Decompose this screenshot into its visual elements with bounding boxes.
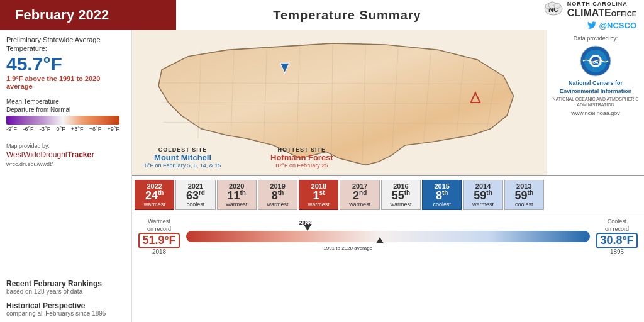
header-title: February 2022 — [0, 0, 176, 30]
rank-number-2015: 8th — [436, 190, 448, 201]
rank-desc-2022: warmest — [144, 201, 165, 208]
legend-labels: -9°F -6°F -3°F 0°F +3°F +6°F +9°F — [6, 126, 119, 132]
twitter-icon — [587, 21, 596, 29]
rank-desc-2013: coolest — [515, 201, 533, 208]
rank-number-2013: 59th — [515, 190, 533, 201]
historical-section: Historical Perspective comparing all Feb… — [6, 301, 125, 317]
legend-label-6: +9°F — [108, 126, 119, 132]
logo-line2: CLIMATE — [567, 8, 611, 18]
data-provider-label: Data provided by: — [574, 35, 618, 42]
rank-cell-2015: 20158thcoolest — [422, 180, 462, 210]
coolest-temp: 30.8°F — [596, 233, 637, 248]
right-bottom — [547, 176, 644, 214]
coolest-record: Coolest on record 30.8°F 1895 — [595, 218, 639, 255]
legend-bar — [6, 116, 119, 125]
rank-number-2019: 8th — [272, 190, 284, 201]
hist-avg-triangle — [376, 237, 384, 243]
rank-cell-2021: 202163rdcoolest — [175, 180, 215, 210]
avg-temp-label: Preliminary Statewide Average Temperatur… — [6, 35, 125, 53]
legend-label-5: +6°F — [89, 126, 101, 132]
rank-number-2018: 1st — [313, 190, 325, 201]
avg-temp-anomaly: 1.9°F above the 1991 to 2020 average — [6, 75, 125, 90]
hottest-site-label: HOTTEST SITE — [270, 147, 333, 153]
map-provider-bold-text: Tracker — [67, 150, 94, 159]
avg-temp-value: 45.7°F — [6, 53, 125, 75]
ncei-name: National Centers forEnvironmental Inform… — [560, 79, 632, 95]
coldest-site-detail: 6°F on February 5, 6, 14, & 15 — [145, 162, 221, 169]
rank-desc-2020: warmest — [226, 201, 247, 208]
rank-desc-2014: warmest — [472, 201, 494, 208]
logo-text: NORTH CAROLINA CLIMATEOFFICE — [567, 1, 636, 19]
svg-point-4 — [554, 3, 560, 8]
rank-desc-2021: coolest — [187, 201, 205, 208]
rankings-bar-area: 202224thwarmest202163rdcoolest202011thwa… — [132, 176, 547, 214]
rank-number-2021: 63rd — [186, 190, 205, 201]
right-panel: Data provided by: NOAA National Centers … — [547, 30, 644, 175]
legend-label-4: +3°F — [71, 126, 83, 132]
warmest-year: 2018 — [137, 248, 181, 255]
logo-line3: OFFICE — [611, 10, 636, 18]
rank-number-2017: 2nd — [353, 190, 367, 201]
map-provider-label: Map provided by: — [6, 142, 125, 150]
logo-row: NC NORTH CAROLINA CLIMATEOFFICE — [543, 1, 636, 19]
left-panel: Preliminary Statewide Average Temperatur… — [0, 30, 132, 322]
coldest-site-info: COLDEST SITE Mount Mitchell 6°F on Febru… — [145, 147, 221, 169]
warmest-label: Warmest on record — [137, 218, 181, 233]
logo-line1: NORTH CAROLINA — [567, 1, 636, 8]
rank-number-2014: 59th — [474, 190, 492, 201]
twitter-handle: @NCSCO — [599, 21, 636, 30]
historical-subtitle: comparing all Februarys since 1895 — [6, 310, 125, 317]
map-provider-url: wrcc.dri.edu/wwdt/ — [6, 160, 125, 169]
rank-desc-2018: warmest — [308, 201, 330, 208]
hottest-site-detail: 87°F on February 25 — [270, 162, 333, 169]
rank-cell-2014: 201459thwarmest — [463, 180, 502, 210]
rank-desc-2016: warmest — [390, 201, 411, 208]
rank-number-2016: 55th — [392, 190, 410, 201]
rank-desc-2019: warmest — [267, 201, 289, 208]
legend-label-0: -9°F — [6, 126, 17, 132]
rank-cells-container: 202224thwarmest202163rdcoolest202011thwa… — [135, 180, 544, 210]
noaa-logo-icon: NOAA — [580, 45, 611, 77]
hottest-site-name: Hofmann Forest — [270, 153, 333, 162]
legend-section: Mean TemperatureDeparture from Normal -9… — [6, 97, 125, 132]
rank-cell-2018: 20181stwarmest — [299, 180, 338, 210]
warmest-temp: 51.9°F — [138, 233, 179, 248]
rankings-subtitle: based on 128 years of data — [6, 288, 125, 295]
header-subtitle: Temperature Summary — [176, 8, 518, 23]
historical-title: Historical Perspective — [6, 301, 125, 310]
map-area: COLDEST SITE Mount Mitchell 6°F on Febru… — [132, 30, 547, 175]
header: February 2022 Temperature Summary NC NOR… — [0, 0, 644, 30]
legend-title: Mean TemperatureDeparture from Normal — [6, 97, 125, 114]
legend-label-3: 0°F — [57, 126, 65, 132]
month-year-label: February 2022 — [15, 7, 109, 23]
historical-bar-area: Warmest on record 51.9°F 2018 2022 1991 … — [132, 214, 644, 322]
rankings-title: Recent February Rankings — [6, 279, 125, 288]
avg-temp-section: Preliminary Statewide Average Temperatur… — [6, 35, 125, 90]
warmest-record: Warmest on record 51.9°F 2018 — [137, 218, 181, 255]
coolest-year: 1895 — [595, 248, 639, 255]
rank-cell-2016: 201655thwarmest — [381, 180, 421, 210]
ncei-subtitle: NATIONAL OCEANIC AND ATMOSPHERIC ADMINIS… — [552, 96, 639, 108]
coolest-label: Coolest on record — [595, 218, 639, 233]
hist-2022-triangle — [304, 225, 311, 231]
anomaly-value: 1.9°F — [6, 75, 23, 82]
rank-desc-2015: coolest — [433, 201, 451, 208]
rankings-section: Recent February Rankings based on 128 ye… — [6, 275, 125, 295]
map-provider-name: WestWideDroughtTracker — [6, 150, 125, 160]
legend-label-1: -6°F — [23, 126, 34, 132]
rank-cell-2013: 201359thcoolest — [504, 180, 544, 210]
map-provider-name-text: WestWideDrought — [6, 150, 67, 159]
header-logo: NC NORTH CAROLINA CLIMATEOFFICE @NCSCO — [518, 0, 644, 33]
hist-avg-label: 1991 to 2020 average — [323, 245, 372, 251]
temperature-summary-title: Temperature Summary — [273, 8, 421, 22]
twitter-row: @NCSCO — [587, 21, 636, 30]
ncei-url: www.ncei.noaa.gov — [571, 110, 620, 116]
coldest-site-name: Mount Mitchell — [145, 153, 221, 162]
rank-cell-2020: 202011thwarmest — [217, 180, 257, 210]
nc-logo-icon: NC — [543, 1, 564, 19]
hottest-site-info: HOTTEST SITE Hofmann Forest 87°F on Febr… — [270, 147, 333, 169]
hist-gradient-bar — [186, 231, 590, 242]
main-content: Preliminary Statewide Average Temperatur… — [0, 30, 644, 322]
rank-number-2022: 24th — [145, 190, 164, 201]
rank-cell-2019: 20198thwarmest — [258, 180, 297, 210]
